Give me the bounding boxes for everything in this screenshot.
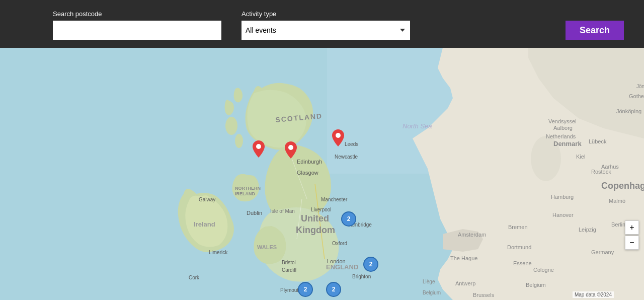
svg-text:The Hague: The Hague	[450, 255, 477, 261]
svg-text:Dortmund: Dortmund	[507, 244, 531, 250]
cluster-london[interactable]: 2	[363, 257, 378, 272]
cluster-south2[interactable]: 2	[326, 282, 341, 297]
svg-text:Jönköping: Jönköping	[636, 84, 644, 89]
pin-newcastle[interactable]	[332, 129, 344, 148]
cluster-london-count: 2	[369, 261, 373, 268]
svg-point-62	[275, 199, 289, 208]
svg-text:Limerick: Limerick	[209, 250, 228, 255]
map-svg: SCOTLAND NORTHERN IRELAND United Kingdom…	[0, 48, 644, 300]
zoom-out-button[interactable]: −	[625, 236, 639, 250]
header-bar: Search postcode Activity type All events…	[0, 0, 644, 48]
svg-text:Isle of Man: Isle of Man	[270, 208, 295, 214]
svg-text:Oxford: Oxford	[332, 241, 347, 246]
svg-text:IRELAND: IRELAND	[235, 191, 255, 196]
map-container[interactable]: SCOTLAND NORTHERN IRELAND United Kingdom…	[0, 48, 644, 300]
svg-text:Brussels: Brussels	[473, 292, 495, 298]
svg-text:North Sea: North Sea	[403, 122, 432, 130]
svg-text:Liège: Liège	[423, 279, 435, 284]
svg-text:Kiel: Kiel	[576, 154, 585, 160]
activity-select[interactable]: All events Workshop Conference Meetup Ex…	[242, 21, 410, 40]
svg-text:Leipzig: Leipzig	[579, 227, 596, 233]
svg-text:Edinburgh: Edinburgh	[297, 159, 322, 165]
svg-text:WALES: WALES	[257, 244, 277, 250]
svg-text:Belgium: Belgium	[526, 282, 546, 288]
svg-text:Manchester: Manchester	[321, 197, 348, 202]
svg-text:Germany: Germany	[591, 249, 614, 255]
cluster-south1[interactable]: 2	[298, 282, 313, 297]
svg-text:NORTHERN: NORTHERN	[235, 186, 261, 191]
svg-text:Essene: Essene	[513, 260, 532, 266]
svg-text:Cardiff: Cardiff	[282, 267, 296, 273]
svg-text:Bremen: Bremen	[508, 224, 528, 230]
cluster-midlands-count: 2	[347, 215, 351, 222]
svg-text:Hamburg: Hamburg	[551, 194, 574, 200]
svg-text:Jönköping: Jönköping	[616, 108, 641, 114]
postcode-label: Search postcode	[53, 10, 221, 18]
map-attribution: Map data ©2024	[573, 291, 614, 298]
cluster-south1-count: 2	[304, 286, 307, 293]
svg-text:Cologne: Cologne	[533, 267, 554, 273]
svg-text:Rostock: Rostock	[591, 169, 611, 175]
svg-text:London: London	[327, 258, 346, 264]
svg-text:Netherlands: Netherlands	[546, 133, 576, 139]
svg-point-66	[288, 145, 293, 150]
search-button[interactable]: Search	[566, 21, 624, 40]
postcode-field-group: Search postcode	[53, 10, 221, 40]
svg-text:Galway: Galway	[199, 197, 215, 202]
svg-point-67	[336, 133, 341, 138]
pin-edinburgh[interactable]	[285, 141, 297, 161]
cluster-south2-count: 2	[332, 286, 336, 293]
svg-point-68	[256, 144, 261, 149]
cluster-midlands[interactable]: 2	[341, 211, 356, 227]
svg-text:Lübeck: Lübeck	[589, 138, 607, 144]
svg-text:Belgium: Belgium	[423, 290, 441, 295]
zoom-in-button[interactable]: +	[625, 220, 639, 235]
svg-text:Hanover: Hanover	[552, 212, 574, 218]
svg-text:Leeds: Leeds	[345, 141, 358, 147]
svg-text:Liverpool: Liverpool	[311, 207, 332, 212]
postcode-input[interactable]	[53, 21, 221, 40]
svg-text:Denmark: Denmark	[553, 140, 582, 147]
svg-point-4	[235, 134, 243, 148]
svg-text:Vendsyssel: Vendsyssel	[548, 118, 577, 124]
pin-belfast[interactable]	[253, 140, 265, 160]
svg-text:Aalborg: Aalborg	[553, 125, 573, 131]
svg-text:Gothenburg: Gothenburg	[629, 93, 644, 99]
svg-text:Cork: Cork	[189, 275, 200, 280]
svg-text:Newcastle: Newcastle	[335, 154, 358, 160]
svg-text:United: United	[301, 213, 329, 223]
svg-text:Bristol: Bristol	[282, 260, 296, 265]
svg-text:Glasgow: Glasgow	[297, 170, 318, 176]
svg-text:Malmö: Malmö	[609, 198, 625, 204]
svg-text:Copenhagen: Copenhagen	[601, 181, 644, 191]
svg-text:Amsterdam: Amsterdam	[458, 232, 486, 238]
svg-point-3	[225, 117, 237, 135]
svg-text:Ireland: Ireland	[194, 220, 215, 228]
svg-text:Antwerp: Antwerp	[455, 280, 475, 286]
svg-text:Kingdom: Kingdom	[296, 225, 335, 235]
svg-text:Brighton: Brighton	[352, 274, 371, 279]
activity-field-group: Activity type All events Workshop Confer…	[242, 10, 410, 40]
activity-label: Activity type	[242, 10, 410, 18]
svg-text:ENGLAND: ENGLAND	[326, 263, 358, 271]
map-zoom-controls: + −	[625, 220, 639, 250]
svg-text:Dublin: Dublin	[247, 210, 262, 216]
svg-text:Berlin: Berlin	[611, 221, 625, 228]
